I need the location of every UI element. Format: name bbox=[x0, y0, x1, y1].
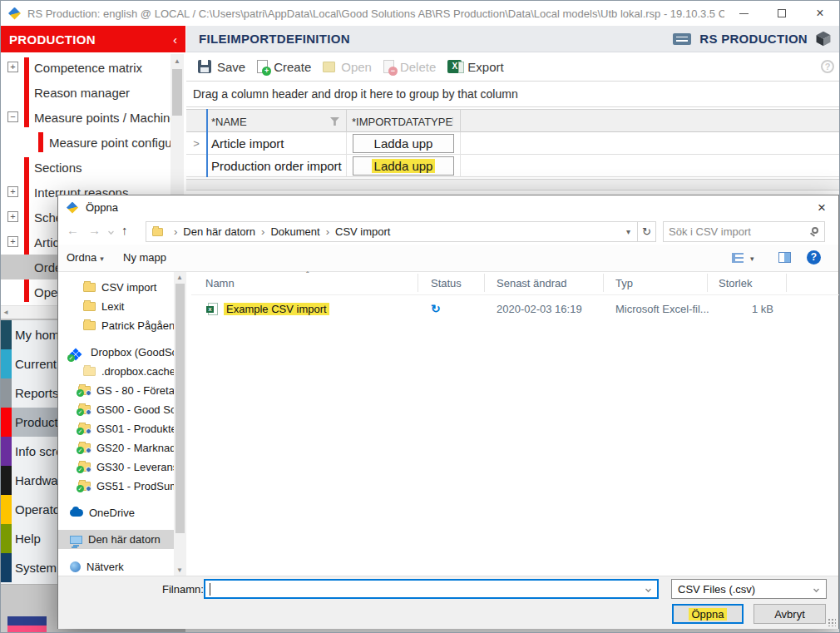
resize-grip[interactable] bbox=[828, 618, 836, 626]
upload-button[interactable]: Ladda upp bbox=[353, 156, 454, 176]
row-expander-icon[interactable]: > bbox=[186, 132, 206, 155]
dialog-close-icon[interactable]: × bbox=[805, 200, 838, 216]
refresh-icon[interactable]: ↻ bbox=[638, 221, 656, 242]
nav-label: GS01 - Produkte bbox=[96, 423, 174, 435]
shared-folder-icon: ✓ bbox=[78, 424, 91, 433]
column-header-importdatatype[interactable]: *IMPORTDATATYPE bbox=[347, 110, 461, 133]
open-label: Open bbox=[341, 60, 372, 74]
scrollbar-thumb[interactable] bbox=[172, 69, 182, 116]
nav-this-pc[interactable]: Den här datorn bbox=[58, 530, 174, 549]
expand-icon[interactable]: + bbox=[7, 186, 18, 197]
dialog-nav-scrollbar[interactable]: ▲ ▼ bbox=[174, 272, 186, 576]
minus-badge-icon: − bbox=[388, 67, 398, 76]
nav-folder-gs20[interactable]: ✓GS20 - Marknad bbox=[58, 438, 174, 457]
close-button[interactable]: × bbox=[801, 1, 839, 26]
nav-folder-gs30[interactable]: ✓GS30 - Leverans bbox=[58, 457, 174, 477]
organize-menu[interactable]: Ordna▾ bbox=[67, 251, 104, 264]
new-folder-button[interactable]: Ny mapp bbox=[123, 251, 166, 264]
expand-icon[interactable]: + bbox=[7, 236, 18, 247]
filter-funnel-icon[interactable] bbox=[452, 117, 453, 126]
nav-network[interactable]: Nätverk bbox=[58, 557, 174, 576]
maximize-button[interactable] bbox=[763, 1, 801, 26]
crumb-documents[interactable]: Dokument bbox=[270, 225, 319, 238]
nav-label: Nätverk bbox=[86, 561, 124, 573]
open-icon bbox=[323, 62, 335, 72]
scroll-left-icon[interactable]: ◄ bbox=[2, 309, 9, 316]
tree-item-competence-matrix[interactable]: + Competence matrix bbox=[1, 55, 170, 80]
tree-item-measure-point-config[interactable]: Measure point configu bbox=[1, 130, 170, 155]
open-confirm-button[interactable]: Öppna bbox=[672, 604, 744, 624]
tree-item-reason-manager[interactable]: Reason manager bbox=[1, 80, 170, 105]
column-status[interactable]: Status bbox=[431, 277, 462, 289]
create-button[interactable]: + Create bbox=[257, 60, 311, 74]
file-name-highlighted[interactable]: Example CSV import bbox=[224, 303, 329, 315]
forward-icon[interactable]: → bbox=[88, 223, 101, 237]
grid-bottom-scrollbar[interactable] bbox=[186, 179, 840, 190]
window-title: RS Production: english @ LOCAL / C:\User… bbox=[27, 7, 724, 20]
filename-input[interactable] bbox=[204, 579, 659, 599]
nav-folder-patrick[interactable]: Patrick Pågående bbox=[58, 316, 174, 335]
collapse-panel-icon[interactable]: ‹ bbox=[173, 32, 185, 47]
export-button[interactable]: X Export bbox=[447, 60, 503, 74]
breadcrumb[interactable]: › Den här datorn › Dokument › CSV import… bbox=[146, 221, 638, 242]
column-header-name[interactable]: *NAME bbox=[206, 110, 347, 133]
cancel-button[interactable]: Avbryt bbox=[754, 604, 826, 624]
file-type: Microsoft Excel-fil... bbox=[615, 303, 709, 315]
nav-folder-gs51[interactable]: ✓GS51 - ProdSum bbox=[58, 477, 174, 496]
table-row[interactable]: Production order import Ladda upp bbox=[186, 155, 840, 177]
tree-item-measure-points[interactable]: − Measure points / Machine bbox=[1, 105, 170, 130]
sync-status-icon: ↻ bbox=[431, 302, 441, 315]
tree-item-sections[interactable]: Sections bbox=[1, 155, 170, 180]
filename-field[interactable] bbox=[209, 581, 633, 596]
history-chevron-icon[interactable] bbox=[108, 229, 114, 235]
group-by-bar[interactable]: Drag a column header and drop it here to… bbox=[186, 81, 840, 107]
view-options-icon[interactable] bbox=[732, 253, 744, 263]
scroll-down-icon[interactable]: ▼ bbox=[176, 566, 183, 574]
file-row-example-csv[interactable]: X Example CSV import ↻ 2020-02-03 16:19 … bbox=[191, 300, 840, 319]
minimize-button[interactable] bbox=[724, 1, 763, 26]
scroll-up-icon[interactable]: ▲ bbox=[176, 274, 183, 281]
expand-icon[interactable]: + bbox=[7, 211, 18, 222]
column-divider bbox=[603, 274, 604, 292]
nav-folder-csv-import[interactable]: CSV import bbox=[58, 278, 174, 297]
column-name[interactable]: Namn bbox=[205, 277, 235, 289]
search-input[interactable] bbox=[669, 224, 802, 240]
nav-folder-gs01[interactable]: ✓GS01 - Produkte bbox=[58, 419, 174, 438]
view-options-dropdown-icon[interactable]: ▾ bbox=[750, 255, 754, 263]
open-button[interactable]: Open bbox=[323, 60, 372, 74]
file-type-select[interactable]: CSV Files (.csv) bbox=[671, 579, 827, 599]
brand-cube-icon[interactable] bbox=[816, 32, 831, 47]
file-list: Namn ˆ Status Senast ändrad Typ Storlek … bbox=[191, 272, 840, 576]
nav-folder-gs00[interactable]: ✓GS00 - Good Sol bbox=[58, 400, 174, 419]
nav-dropbox[interactable]: ✓Dropbox (GoodSo bbox=[58, 343, 174, 362]
folder-icon bbox=[152, 228, 163, 236]
preview-pane-icon[interactable] bbox=[778, 252, 791, 263]
nav-folder-dropbox-cache[interactable]: .dropbox.cache bbox=[58, 362, 174, 381]
back-icon[interactable]: ← bbox=[67, 223, 79, 237]
crumb-csv-import[interactable]: CSV import bbox=[335, 225, 390, 238]
filename-dropdown-icon[interactable] bbox=[645, 586, 651, 592]
column-modified[interactable]: Senast ändrad bbox=[497, 277, 567, 289]
nav-folder-lexit[interactable]: Lexit bbox=[58, 297, 174, 316]
expand-icon[interactable]: + bbox=[7, 62, 18, 72]
nav-folder-gs-80[interactable]: ✓GS - 80 - Företa bbox=[58, 381, 174, 400]
search-box[interactable] bbox=[663, 221, 825, 242]
up-icon[interactable]: ↑ bbox=[121, 223, 128, 237]
dialog-help-icon[interactable]: ? bbox=[807, 250, 821, 265]
collapse-node-icon[interactable]: − bbox=[7, 111, 18, 122]
address-dropdown-icon[interactable]: ▾ bbox=[626, 227, 630, 236]
help-icon[interactable]: ? bbox=[821, 60, 834, 73]
table-row[interactable]: > Article import Ladda upp bbox=[186, 132, 840, 155]
scroll-up-icon[interactable]: ▲ bbox=[170, 54, 184, 65]
save-button[interactable]: Save bbox=[198, 60, 245, 74]
feedback-chat-icon[interactable] bbox=[673, 33, 691, 45]
nav-item-label: Info scre bbox=[15, 444, 63, 458]
column-size[interactable]: Storlek bbox=[719, 277, 752, 289]
nav-onedrive[interactable]: OneDrive bbox=[58, 503, 174, 522]
crumb-this-pc[interactable]: Den här datorn bbox=[183, 225, 255, 238]
delete-button[interactable]: − Delete bbox=[383, 60, 436, 74]
filter-funnel-icon[interactable] bbox=[330, 117, 339, 126]
upload-button[interactable]: Ladda upp bbox=[353, 134, 454, 153]
scrollbar-thumb[interactable] bbox=[175, 284, 185, 533]
column-type[interactable]: Typ bbox=[615, 277, 633, 289]
